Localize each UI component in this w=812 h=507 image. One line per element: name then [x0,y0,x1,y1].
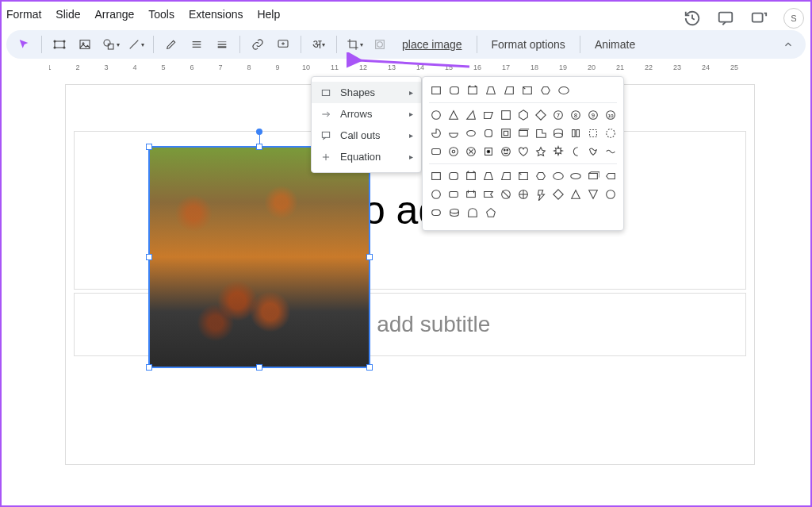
border-color-icon[interactable] [186,33,208,56]
shape-option[interactable] [499,187,512,202]
shape-option[interactable] [569,144,582,159]
shape-option[interactable] [465,205,480,220]
border-weight-icon[interactable] [211,33,233,56]
shape-option[interactable] [516,108,530,122]
shape-option[interactable] [429,108,442,122]
shape-option[interactable] [551,144,565,159]
shape-option[interactable] [464,144,477,159]
line-icon[interactable]: ▾ [124,33,147,56]
shape-option[interactable] [429,205,443,220]
shape-option[interactable] [586,187,599,202]
present-icon[interactable] [750,10,768,27]
dropdown-item-shapes[interactable]: Shapes▸ [312,82,421,103]
shape-option[interactable] [447,83,462,98]
shape-option[interactable] [516,144,530,159]
shape-option[interactable] [586,169,599,183]
resize-handle[interactable] [256,144,262,150]
shape-option[interactable] [603,187,617,202]
menu-arrange[interactable]: Arrange [94,8,134,21]
shape-option[interactable] [446,187,460,202]
selected-image[interactable] [148,146,370,368]
shape-option[interactable] [429,169,442,183]
shape-option[interactable] [429,187,442,202]
dropdown-item-arrows[interactable]: Arrows▸ [312,103,421,125]
image-icon[interactable] [74,33,96,56]
shape-option[interactable] [429,144,442,159]
shape-option[interactable] [534,187,547,202]
shape-option[interactable] [534,144,547,159]
format-options-button[interactable]: Format options [484,38,573,51]
shape-option[interactable] [551,126,565,140]
shape-option[interactable] [484,83,498,98]
shape-option[interactable]: 7 [551,108,565,122]
shape-option[interactable] [481,126,495,140]
shape-option[interactable] [464,187,477,202]
mask-icon[interactable] [369,33,391,56]
textbox-icon[interactable] [48,33,71,56]
menu-tools[interactable]: Tools [148,8,174,21]
shape-option[interactable] [481,144,495,159]
shape-option[interactable] [499,169,512,183]
shape-option[interactable] [429,126,442,140]
replace-image-button[interactable]: place image [394,38,470,51]
rotate-handle[interactable] [256,129,262,135]
shape-option[interactable] [516,187,530,202]
menu-extensions[interactable]: Extensions [189,8,243,21]
shape-option[interactable] [481,187,495,202]
shape-option[interactable] [446,126,460,140]
shape-option[interactable] [603,126,617,140]
shape-option[interactable] [446,144,460,159]
shape-option[interactable] [516,169,530,183]
shape-option[interactable] [465,83,480,98]
shape-option[interactable] [499,144,512,159]
resize-handle[interactable] [146,254,152,260]
shape-option[interactable] [464,126,477,140]
resize-handle[interactable] [366,364,373,371]
shape-option[interactable] [603,169,617,183]
translate-icon[interactable]: अ▾ [308,33,330,56]
shape-option[interactable] [464,169,477,183]
shape-option[interactable] [569,187,582,202]
resize-handle[interactable] [146,364,152,371]
shape-option[interactable] [499,108,512,122]
shape-option[interactable]: 8 [569,108,582,122]
pen-icon[interactable] [160,33,182,56]
shape-option[interactable] [481,108,495,122]
shape-option[interactable] [481,169,495,183]
shape-option[interactable] [484,205,498,220]
shape-icon[interactable]: ▾ [99,33,121,56]
shape-option[interactable] [586,144,599,159]
shape-option[interactable] [502,83,516,98]
shape-option[interactable] [569,169,582,183]
crop-icon[interactable]: ▾ [343,33,366,56]
shape-option[interactable] [538,83,553,98]
menu-help[interactable]: Help [257,8,280,21]
comment-icon[interactable] [717,10,734,27]
shape-option[interactable] [551,187,565,202]
shape-option[interactable]: 10 [603,108,617,122]
dropdown-item-equation[interactable]: Equation▸ [312,146,421,167]
shape-option[interactable] [534,169,547,183]
animate-button[interactable]: Animate [587,38,643,51]
shape-option[interactable] [499,126,512,140]
comment-add-icon[interactable] [272,33,294,56]
menu-format[interactable]: Format [6,8,41,21]
history-icon[interactable] [684,10,701,27]
shape-option[interactable] [551,169,565,183]
shape-option[interactable] [534,126,547,140]
menu-slide[interactable]: Slide [56,8,80,21]
shape-option[interactable] [447,205,462,220]
shape-option[interactable] [520,83,534,98]
shape-option[interactable] [603,144,617,159]
shape-option[interactable] [446,108,460,122]
select-tool-icon[interactable] [13,33,35,56]
collapse-toolbar-icon[interactable] [777,33,799,56]
resize-handle[interactable] [146,144,152,150]
shape-option[interactable] [586,126,599,140]
shape-option[interactable]: 9 [586,108,599,122]
shape-option[interactable] [464,108,477,122]
shape-option[interactable] [569,126,582,140]
shape-option[interactable] [446,169,460,183]
shape-option[interactable] [557,83,571,98]
shape-option[interactable] [516,126,530,140]
